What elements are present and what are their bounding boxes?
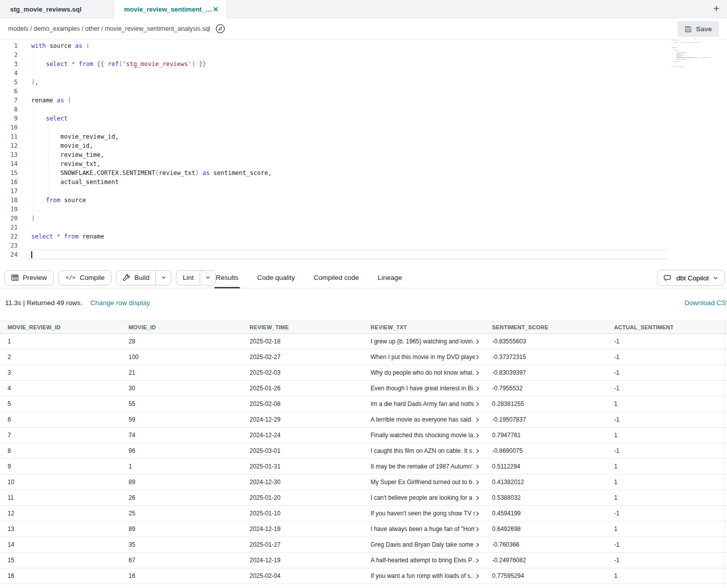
expand-row-icon[interactable] — [475, 401, 480, 407]
cell-review_time: 2025-01-31 — [242, 459, 363, 474]
change-row-display-link[interactable]: Change row display — [90, 299, 150, 307]
tab-movie-review-sentiment-analysis[interactable]: movie_review_sentiment_… ✕ — [113, 0, 227, 19]
cell-actual_sentiment: -1 — [607, 506, 727, 521]
expand-row-icon[interactable] — [475, 526, 480, 532]
line-number: 2 — [0, 50, 18, 60]
cell-review_txt: Greg Davis and Bryan Daly take some … — [363, 537, 484, 552]
cell-actual_sentiment: -1 — [607, 334, 727, 349]
cell-sentiment_score: -0.24976082 — [484, 553, 607, 568]
results-table: MOVIE_REVIEW_IDMOVIE_IDREVIEW_TIMEREVIEW… — [0, 321, 727, 588]
cell-review_time: 2025-01-27 — [242, 537, 363, 552]
editor-line: 13 review_time, — [0, 150, 727, 159]
cell-sentiment_score: -0.760366 — [484, 537, 607, 552]
table-row: 12252025-01-10If you haven't seen the go… — [0, 506, 727, 521]
tab-label: Compiled code — [314, 274, 359, 281]
close-tab-icon[interactable]: ✕ — [212, 5, 219, 14]
compile-button[interactable]: </> Compile — [58, 270, 111, 285]
cell-movie_review_id: 9 — [0, 459, 121, 474]
cell-review_time: 2024-12-29 — [242, 412, 363, 427]
tab-results[interactable]: Results — [216, 267, 238, 288]
tab-label: Lineage — [378, 274, 402, 281]
cell-movie_id: 26 — [121, 490, 242, 505]
table-row: 17992024-12-21I really wanted to be able… — [0, 584, 727, 588]
cell-movie_id: 89 — [121, 475, 242, 490]
expand-row-icon[interactable] — [475, 339, 480, 344]
expand-row-icon[interactable] — [475, 464, 480, 469]
code-editor[interactable]: 1with source as (23 select * from {{ ref… — [0, 39, 727, 267]
expand-row-icon[interactable] — [475, 511, 480, 516]
tab-compiled-code[interactable]: Compiled code — [314, 267, 359, 288]
result-tabs: Results Code quality Compiled code Linea… — [216, 267, 402, 288]
copilot-chat-icon — [663, 274, 672, 282]
editor-tab-bar: stg_movie_reviews.sql movie_review_senti… — [0, 0, 727, 18]
build-button[interactable]: Build — [116, 271, 156, 285]
tab-stg-movie-reviews[interactable]: stg_movie_reviews.sql — [0, 0, 113, 18]
table-row: 912025-01-31It may be the remake of 1987… — [0, 459, 727, 475]
cell-movie_review_id: 4 — [0, 381, 121, 396]
new-tab-button[interactable]: + — [710, 2, 723, 15]
editor-minimap[interactable]: with source as ( select * from {{ ref('s… — [672, 39, 724, 69]
expand-row-icon[interactable] — [475, 480, 480, 485]
cell-movie_id: 21 — [121, 365, 242, 380]
cell-actual_sentiment: 1 — [607, 428, 727, 443]
cell-review_txt: When I put this movie in my DVD playe… — [363, 349, 484, 365]
cell-actual_sentiment: 1 — [607, 521, 727, 537]
download-csv-link[interactable]: Download CSV — [684, 299, 727, 307]
toolbar-divider — [202, 267, 202, 288]
editor-line: 22select * from rename — [0, 232, 727, 241]
line-number: 14 — [0, 159, 18, 168]
cell-actual_sentiment: -1 — [607, 537, 727, 552]
cell-sentiment_score: -0.7955532 — [484, 381, 607, 396]
dbt-copilot-button[interactable]: dbt Copilot — [657, 270, 725, 286]
tab-label: Code quality — [257, 274, 295, 281]
expand-row-icon[interactable] — [475, 433, 480, 438]
cell-actual_sentiment: 1 — [607, 490, 727, 505]
column-header-movie_id: MOVIE_ID — [121, 324, 242, 330]
cell-sentiment_score: 0.77595294 — [484, 568, 607, 583]
docs-compass-icon[interactable] — [215, 24, 225, 34]
cell-review_time: 2024-12-19 — [242, 521, 363, 537]
line-number: 16 — [0, 178, 18, 187]
tab-code-quality[interactable]: Code quality — [257, 267, 295, 288]
expand-row-icon[interactable] — [475, 558, 480, 563]
expand-row-icon[interactable] — [475, 355, 480, 360]
cell-movie_id: 99 — [121, 584, 242, 588]
tab-lineage[interactable]: Lineage — [378, 267, 402, 288]
expand-row-icon[interactable] — [475, 573, 480, 579]
line-number: 1 — [0, 41, 18, 50]
lint-button[interactable]: Lint — [176, 271, 200, 285]
expand-row-icon[interactable] — [475, 542, 480, 548]
cell-movie_review_id: 5 — [0, 396, 121, 411]
editor-line: 16 actual_sentiment — [0, 178, 727, 187]
tab-label: Results — [216, 274, 238, 281]
cell-review_time: 2024-12-21 — [242, 584, 363, 588]
save-button[interactable]: Save — [678, 21, 719, 37]
build-dropdown-button[interactable] — [156, 271, 171, 285]
column-header-sentiment_score: SENTIMENT_SCORE — [484, 324, 607, 330]
cell-review_txt: I have always been a huge fan of "Hom… — [363, 521, 484, 537]
chevron-down-icon — [205, 275, 211, 280]
cell-sentiment_score: -0.83555603 — [484, 334, 607, 349]
editor-line: 21 — [0, 223, 727, 232]
line-number: 13 — [0, 150, 18, 159]
expand-row-icon[interactable] — [475, 448, 480, 454]
build-split-button: Build — [116, 270, 171, 285]
expand-row-icon[interactable] — [475, 417, 480, 423]
line-number: 23 — [0, 241, 18, 250]
line-number: 6 — [0, 87, 18, 96]
lint-dropdown-button[interactable] — [200, 271, 215, 285]
cell-sentiment_score: 0.6492698 — [484, 521, 607, 537]
expand-row-icon[interactable] — [475, 386, 480, 391]
preview-button[interactable]: Preview — [4, 270, 54, 285]
line-number: 8 — [0, 105, 18, 114]
editor-line: 5), — [0, 78, 727, 87]
line-number: 12 — [0, 141, 18, 150]
expand-row-icon[interactable] — [475, 370, 480, 376]
table-row: 4302025-01-26Even though I have great in… — [0, 381, 727, 396]
plus-icon: + — [713, 3, 719, 15]
cell-review_time: 2025-01-20 — [242, 490, 363, 505]
expand-row-icon[interactable] — [475, 495, 480, 501]
cell-actual_sentiment: -1 — [607, 553, 727, 568]
cell-movie_review_id: 1 — [0, 334, 121, 349]
table-header-row: MOVIE_REVIEW_IDMOVIE_IDREVIEW_TIMEREVIEW… — [0, 321, 727, 334]
